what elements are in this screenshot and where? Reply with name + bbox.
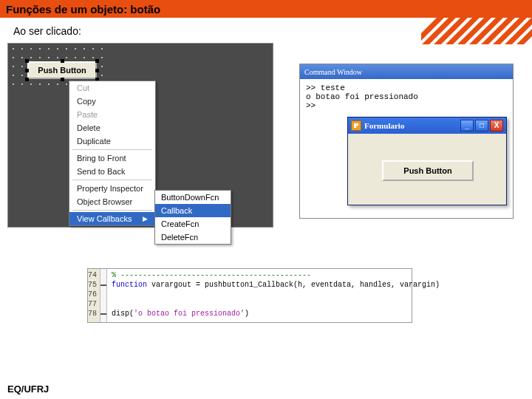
formulario-client: Push Button (348, 134, 506, 205)
command-window-title: Command Window (304, 68, 362, 76)
window-buttons: _ □ X (460, 120, 503, 132)
formulario-title: Formulario (364, 121, 404, 130)
selected-pushbutton-wrap: Push Button (27, 61, 97, 79)
command-window-body[interactable]: >> teste o botao foi pressionado >> (300, 79, 513, 115)
footer-text: EQ/UFRJ (7, 383, 49, 395)
submenu-callback[interactable]: Callback (155, 204, 231, 217)
line-number: 75 (88, 280, 97, 290)
exec-dash-icon (100, 284, 106, 286)
line-number: 77 (88, 299, 97, 309)
submenu-deletefcn[interactable]: DeleteFcn (155, 231, 231, 244)
command-window-titlebar[interactable]: Command Window (300, 64, 513, 79)
menu-duplicate[interactable]: Duplicate (69, 134, 155, 148)
menu-separator (72, 149, 152, 150)
editor-gutter: 74 75 76 77 78 (88, 269, 100, 322)
submenu-arrow-icon: ▶ (143, 215, 148, 222)
menu-object-browser[interactable]: Object Browser (69, 195, 155, 208)
code-text: disp( (112, 310, 134, 318)
header-hatch-decoration (421, 0, 532, 44)
code-string: 'o botao foi pressionado' (134, 310, 245, 318)
editor-snippet: 74 75 76 77 78 % -----------------------… (87, 268, 412, 323)
cmd-line-1: >> teste (306, 83, 345, 92)
guide-canvas: Push Button Cut Copy Paste Delete Duplic… (7, 43, 273, 228)
formulario-push-button[interactable]: Push Button (382, 160, 474, 181)
slide-title: Funções de um objeto: botão (6, 3, 160, 16)
submenu-createfcn[interactable]: CreateFcn (155, 217, 231, 231)
submenu-buttondownfcn[interactable]: ButtonDownFcn (155, 191, 231, 204)
code-text: ) (245, 310, 249, 318)
line-number: 78 (88, 309, 97, 318)
menu-cut[interactable]: Cut (69, 81, 155, 95)
cmd-line-2: o botao foi pressionado (306, 92, 418, 101)
guide-push-button[interactable]: Push Button (27, 61, 97, 79)
minimize-button[interactable]: _ (460, 120, 474, 132)
code-keyword: function (112, 281, 147, 289)
editor-code[interactable]: % --------------------------------------… (107, 269, 444, 322)
menu-view-callbacks-label: View Callbacks (77, 214, 132, 223)
menu-property-inspector[interactable]: Property Inspector (69, 182, 155, 195)
close-button[interactable]: X (490, 120, 503, 132)
menu-separator (72, 210, 152, 211)
menu-view-callbacks[interactable]: View Callbacks ▶ (69, 212, 155, 225)
context-menu[interactable]: Cut Copy Paste Delete Duplicate Bring to… (69, 81, 156, 226)
cmd-line-3: >> (306, 101, 316, 110)
matlab-icon (351, 120, 361, 131)
maximize-button[interactable]: □ (475, 120, 488, 132)
menu-separator (72, 180, 152, 180)
code-comment: % --------------------------------------… (112, 271, 311, 279)
menu-paste[interactable]: Paste (69, 108, 155, 121)
formulario-window[interactable]: Formulario _ □ X Push Button (347, 117, 507, 205)
code-text: varargout = pushbutton1_Callback(h, even… (147, 281, 440, 289)
menu-delete[interactable]: Delete (69, 121, 155, 134)
menu-bring-front[interactable]: Bring to Front (69, 151, 155, 165)
breakpoint-column[interactable] (100, 269, 107, 322)
callbacks-submenu[interactable]: ButtonDownFcn Callback CreateFcn DeleteF… (154, 190, 231, 245)
exec-dash-icon (100, 313, 106, 315)
menu-send-back[interactable]: Send to Back (69, 165, 155, 178)
line-number: 74 (88, 270, 97, 280)
menu-copy[interactable]: Copy (69, 95, 155, 108)
line-number: 76 (88, 290, 97, 299)
formulario-titlebar[interactable]: Formulario _ □ X (348, 117, 506, 134)
